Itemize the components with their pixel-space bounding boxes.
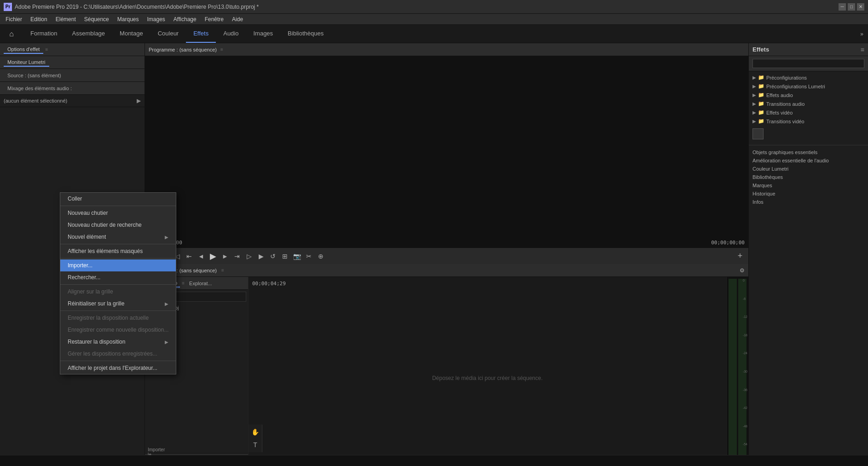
mixage-panel-header: Mixage des éléments audio : (0, 82, 145, 95)
program-monitor-menu[interactable]: ≡ (220, 47, 223, 52)
play-button[interactable]: ▶ (208, 252, 218, 261)
nav-tab-images-top[interactable]: Images (246, 25, 280, 43)
timeline-tool-btn[interactable]: ⚙ (740, 267, 745, 274)
folder-preconfigurations[interactable]: ▶ 📁 Préconfigiurations (749, 73, 868, 82)
ctx-coller-label: Coller (68, 196, 82, 202)
nav-more-button[interactable]: » (856, 31, 868, 37)
effects-search-input[interactable] (752, 59, 864, 68)
nav-tabs: Formation Assemblage Montage Couleur Eff… (23, 25, 856, 43)
effects-menu-btn[interactable]: ≡ (861, 46, 864, 53)
home-button[interactable]: ⌂ (0, 25, 23, 43)
folder-arrow-5: ▶ (752, 110, 756, 115)
effects-search-area (749, 56, 868, 71)
trim-button[interactable]: ✂ (304, 252, 313, 261)
timeline-content: 00;00;04;29 Déposez le média ici pour cr… (249, 277, 726, 466)
close-button[interactable]: ✕ (857, 3, 864, 11)
timeline-area: Programme : (sans séquence) ≡ ⚙ Projet :… (145, 264, 748, 466)
link-amelioration-audio[interactable]: Amélioration essentielle de l'audio (749, 156, 868, 165)
ctx-coller[interactable]: Coller (60, 193, 176, 205)
menu-element[interactable]: Elément (52, 14, 80, 24)
folder-label-effets-audio: Effets audio (766, 92, 793, 98)
project-menu-icon[interactable]: ≡ (182, 281, 185, 286)
link-bibliotheques[interactable]: Bibliothèques (749, 173, 868, 181)
center-area: Programme : (sans séquence) ≡ 00;00;00;0… (145, 43, 748, 466)
program-monitor-controls: ⟨ ◀ ◁ ⇤ ◄ ▶ ► ⇥ ▷ ▶ ↺ ⊞ 📷 ✂ ⊕ + (145, 247, 748, 264)
text-tool-button[interactable]: T (250, 439, 261, 450)
export-frame-button[interactable]: 📷 (292, 252, 301, 261)
folder-effets-video[interactable]: ▶ 📁 Effets vidéo (749, 108, 868, 117)
timeline-menu-btn[interactable]: ≡ (221, 268, 224, 273)
menu-affichage[interactable]: Affichage (170, 14, 200, 24)
ctx-nouvel-element[interactable]: Nouvel élément ▶ (60, 231, 176, 243)
ctx-rechercher-label: Rechercher... (68, 274, 100, 281)
ctx-reinitialiser-grille-label: Réinitialiser sur la grille (68, 300, 124, 307)
ctx-sep-1 (60, 206, 176, 206)
nav-tab-couleur[interactable]: Couleur (150, 25, 186, 43)
nav-tab-formation[interactable]: Formation (23, 25, 65, 43)
link-marques[interactable]: Marques (749, 181, 868, 190)
ctx-afficher-projet-explorateur[interactable]: Afficher le projet dans l'Explorateur... (60, 362, 176, 374)
folder-arrow-3: ▶ (752, 92, 756, 98)
program-timecode-right: 00;00;00;00 (707, 238, 748, 247)
tab-explorateur[interactable]: Explorat... (186, 280, 215, 287)
folder-transitions-video[interactable]: ▶ 📁 Transitions vidéo (749, 117, 868, 126)
effects-title: Effets (752, 46, 861, 53)
insert-button[interactable]: ⊕ (316, 252, 325, 261)
next-edit-button[interactable]: ► (220, 252, 230, 261)
ctx-restaurer-disposition[interactable]: Restaurer la disposition ▶ (60, 336, 176, 348)
ctx-nouveau-chutier[interactable]: Nouveau chutier (60, 207, 176, 219)
menu-edition[interactable]: Edition (27, 14, 51, 24)
goto-out-button[interactable]: ⇥ (232, 252, 242, 261)
tab-options-effet[interactable]: Options d'effet (4, 46, 43, 54)
program-monitor-header: Programme : (sans séquence) ≡ (145, 43, 748, 56)
folder-icon-1: 📁 (758, 75, 764, 81)
ctx-rechercher[interactable]: Rechercher... (60, 271, 176, 283)
add-media-button[interactable]: + (735, 252, 745, 261)
tab-moniteur-lumetri[interactable]: Moniteur Lumetri (4, 58, 49, 67)
goto-in-button[interactable]: ⇤ (185, 252, 194, 261)
title-text: Adobe Premiere Pro 2019 - C:\Utilisateur… (15, 4, 839, 10)
safe-margins-button[interactable]: ⊞ (280, 252, 289, 261)
next-frame-button[interactable]: ▷ (244, 252, 254, 261)
tab-mixage[interactable]: Mixage des éléments audio : (4, 85, 75, 92)
minimize-button[interactable]: ─ (839, 3, 846, 11)
no-element-row: (aucun élément sélectionné) ▶ (0, 95, 145, 107)
nav-tab-effets[interactable]: Effets (186, 25, 216, 43)
nav-tab-assemblage[interactable]: Assemblage (65, 25, 113, 43)
prev-edit-button[interactable]: ◄ (197, 252, 206, 261)
folder-effets-audio[interactable]: ▶ 📁 Effets audio (749, 91, 868, 99)
effects-icons-row (749, 126, 868, 142)
menu-fichier[interactable]: Fichier (2, 14, 26, 24)
folder-transitions-audio[interactable]: ▶ 📁 Transitions audio (749, 99, 868, 108)
menu-sequence[interactable]: Séquence (81, 14, 113, 24)
link-historique[interactable]: Historique (749, 190, 868, 198)
ctx-enregistrer-disposition: Enregistrer la disposition actuelle (60, 312, 176, 324)
step-forward-button[interactable]: ▶ (256, 252, 266, 261)
link-objets-graphiques[interactable]: Objets graphiques essentiels (749, 148, 868, 156)
ctx-sep-5 (60, 311, 176, 311)
panel-menu-icon[interactable]: ≡ (45, 47, 48, 52)
menu-marques[interactable]: Marques (114, 14, 143, 24)
maximize-button[interactable]: □ (848, 3, 855, 11)
ctx-enregistrer-nouvelle-disposition: Enregistrer comme nouvelle disposition..… (60, 324, 176, 336)
ctx-reinitialiser-grille[interactable]: Réinitialiser sur la grille ▶ (60, 298, 176, 310)
link-infos[interactable]: Infos (749, 198, 868, 206)
folder-preconfigurations-lumetri[interactable]: ▶ 📁 Préconfigiurations Lumetri (749, 82, 868, 91)
menu-images[interactable]: Images (143, 14, 168, 24)
drop-text: Déposez le média ici pour créer la séque… (432, 375, 543, 381)
audio-meter: 0 -6 -12 -18 -24 -30 -36 -42 -48 -54 dB (726, 277, 748, 466)
hand-tool-button[interactable]: ✋ (250, 426, 261, 437)
nav-tab-montage[interactable]: Montage (112, 25, 150, 43)
ctx-afficher-masques[interactable]: Afficher les éléments masqués (60, 245, 176, 257)
ctx-gerer-dispositions: Gérer les dispositions enregistrées... (60, 348, 176, 360)
menu-fenetre[interactable]: Fenêtre (201, 14, 227, 24)
tab-source[interactable]: Source : (sans élément) (4, 72, 65, 79)
link-couleur-lumetri[interactable]: Couleur Lumetri (749, 165, 868, 173)
ctx-nouveau-chutier-recherche[interactable]: Nouveau chutier de recherche (60, 219, 176, 231)
menu-aide[interactable]: Aide (228, 14, 247, 24)
program-monitor-screen: 00;00;00;00 00;00;00;00 (145, 56, 748, 247)
ctx-importer[interactable]: Importer... (60, 259, 176, 271)
nav-tab-audio[interactable]: Audio (216, 25, 246, 43)
nav-tab-bibliotheques[interactable]: Bibliothèques (280, 25, 331, 43)
loop-button[interactable]: ↺ (268, 252, 278, 261)
